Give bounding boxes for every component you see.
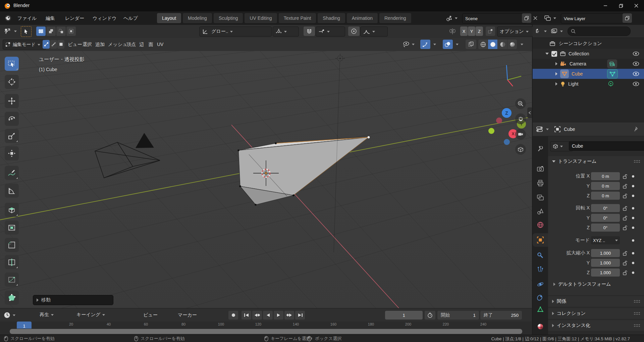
gizmo-z-axis[interactable]: Z <box>502 108 512 118</box>
viewport-menu-add[interactable]: 追加 <box>95 42 105 48</box>
current-frame-field[interactable]: 1 <box>385 311 423 320</box>
tab-render[interactable] <box>533 162 548 176</box>
collection-checkbox[interactable] <box>551 51 557 57</box>
active-tool-select-box-button[interactable] <box>21 26 32 37</box>
select-mode-new-button[interactable] <box>36 27 46 36</box>
gizmo-minus-z-axis[interactable] <box>504 139 510 145</box>
shading-material-button[interactable] <box>498 40 507 49</box>
new-scene-button[interactable] <box>522 13 531 23</box>
tab-rendering[interactable]: Rendering <box>379 13 411 23</box>
tool-bevel[interactable] <box>5 238 19 252</box>
menu-file[interactable]: ファイル <box>16 15 38 21</box>
tool-knife[interactable] <box>5 273 19 287</box>
outliner-display-mode-dropdown[interactable] <box>551 28 563 34</box>
tab-modifiers[interactable] <box>533 249 548 262</box>
tab-scene[interactable] <box>533 205 548 218</box>
play-button[interactable] <box>274 311 283 320</box>
frame-start-field[interactable]: 開始 1 <box>437 311 479 320</box>
tool-annotate[interactable] <box>5 166 19 180</box>
outliner-row-camera[interactable]: Camera <box>533 59 644 69</box>
animate-dot[interactable] <box>632 195 634 197</box>
prev-keyframe-button[interactable] <box>252 311 262 320</box>
location-x-field[interactable]: 0 m <box>591 172 620 180</box>
lock-icon[interactable] <box>623 193 628 198</box>
use-preview-range-toggle[interactable] <box>425 311 435 320</box>
hide-eye-icon[interactable] <box>633 61 639 66</box>
toggle-orthographic-button[interactable] <box>515 144 526 155</box>
sidebar-collapse-arrow[interactable] <box>527 107 532 118</box>
tab-texture-paint[interactable]: Texture Paint <box>279 13 316 23</box>
object-name-field[interactable]: Cube <box>569 141 644 151</box>
mirror-x-button[interactable]: X <box>460 27 468 36</box>
timeline-menu-playback[interactable]: 再生 <box>40 312 54 318</box>
view-layer-field[interactable]: View Layer <box>561 13 628 23</box>
gizmo-dropdown[interactable] <box>431 40 436 49</box>
animate-dot[interactable] <box>632 272 634 274</box>
tab-shading[interactable]: Shading <box>318 13 345 23</box>
menu-edit[interactable]: 編集 <box>44 15 56 21</box>
tool-loop-cut[interactable] <box>5 255 19 269</box>
lock-icon[interactable] <box>623 215 628 221</box>
rotation-mode-dropdown[interactable]: XYZ .. <box>591 236 620 244</box>
mesh-data-icon[interactable] <box>607 69 618 79</box>
view-layer-icon[interactable] <box>544 13 556 23</box>
xray-toggle[interactable] <box>466 40 476 49</box>
lock-icon[interactable] <box>623 260 628 265</box>
outliner-filter-dropdown[interactable] <box>535 28 547 34</box>
tab-object-data[interactable] <box>533 303 548 316</box>
collections-panel-header[interactable]: コレクション <box>548 308 644 319</box>
lock-icon[interactable] <box>623 184 628 189</box>
shading-dropdown[interactable] <box>519 40 523 49</box>
camera-view-button[interactable] <box>515 129 526 140</box>
tab-physics[interactable] <box>533 278 548 291</box>
animate-dot[interactable] <box>632 175 634 178</box>
tab-layout[interactable]: Layout <box>157 13 181 23</box>
collapse-icon[interactable] <box>545 53 549 55</box>
location-z-field[interactable]: 0 m <box>591 192 620 200</box>
menu-help[interactable]: ヘルプ <box>122 15 139 21</box>
animate-dot[interactable] <box>632 207 634 209</box>
hide-eye-icon[interactable] <box>633 82 639 86</box>
menu-window[interactable]: ウィンドウ <box>91 15 118 21</box>
mirror-z-button[interactable]: Z <box>476 27 483 36</box>
animate-dot[interactable] <box>632 252 634 254</box>
viewport-menu-edge[interactable]: 辺 <box>139 42 144 48</box>
3d-viewport[interactable]: ユーザー・透視投影 (1) Cube <box>0 51 532 308</box>
outliner-row-collection[interactable]: Collection <box>533 49 644 59</box>
select-mode-invert-button[interactable] <box>66 27 76 36</box>
animate-dot[interactable] <box>632 239 634 242</box>
light-data-icon[interactable] <box>608 81 614 87</box>
close-button[interactable] <box>629 0 644 11</box>
panel-grip[interactable] <box>634 312 640 315</box>
scene-selector-icon[interactable] <box>445 13 458 23</box>
overlays-dropdown[interactable] <box>454 40 459 49</box>
viewport-menu-view[interactable]: ビュー <box>68 42 82 48</box>
expand-icon[interactable] <box>555 62 557 65</box>
rotation-z-field[interactable]: 0° <box>591 224 620 232</box>
tab-particles[interactable] <box>533 263 548 276</box>
outliner-search-input[interactable] <box>568 27 631 36</box>
tool-inset-faces[interactable] <box>5 221 19 235</box>
expand-icon[interactable] <box>555 82 557 86</box>
tool-poly-build[interactable] <box>5 291 19 305</box>
pivot-point-dropdown[interactable] <box>273 27 299 37</box>
transform-panel-header[interactable]: トランスフォーム <box>548 156 644 167</box>
viewport-menu-vertex[interactable]: 頂点 <box>126 42 136 48</box>
options-dropdown[interactable]: オプション <box>497 27 535 37</box>
timeline-menu-marker[interactable]: マーカー <box>178 312 197 318</box>
operator-panel-move[interactable]: 移動 <box>33 295 113 305</box>
transform-orientation-dropdown[interactable]: グロー.. <box>199 27 272 37</box>
play-reverse-button[interactable] <box>263 311 273 320</box>
next-keyframe-button[interactable] <box>284 311 294 320</box>
auto-keying-record-button[interactable] <box>228 311 238 320</box>
timeline-scrollbar[interactable] <box>9 329 523 334</box>
pin-icon[interactable] <box>633 126 639 132</box>
properties-editor-dropdown[interactable] <box>536 126 549 133</box>
panel-grip[interactable] <box>634 160 640 163</box>
move-view-button[interactable] <box>515 113 526 124</box>
lock-icon[interactable] <box>623 251 628 256</box>
gizmo-minus-y-axis[interactable] <box>488 128 494 134</box>
scale-y-field[interactable]: 1.000 <box>591 259 620 267</box>
tool-rotate[interactable] <box>5 112 19 126</box>
snap-toggle-button[interactable] <box>304 27 315 36</box>
